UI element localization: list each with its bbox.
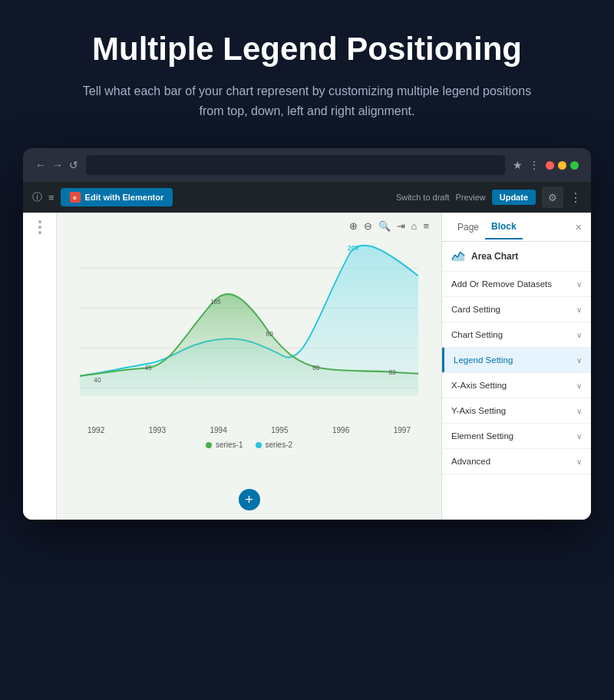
handle-grip[interactable] (38, 220, 41, 234)
widget-title-label: Area Chart (471, 251, 518, 262)
nav-back[interactable]: ← (35, 159, 46, 171)
legend-label-s2: series-2 (266, 441, 293, 449)
panel-sections: Add Or Remove Datasets ∨ Card Setting ∨ … (442, 272, 591, 520)
chart-legend: series-1 series-2 (80, 441, 418, 449)
wp-topbar: ⓘ ≡ e Edit with Elementor Switch to draf… (23, 182, 591, 213)
preview-button[interactable]: Preview (456, 193, 486, 202)
section-label-chart: Chart Setting (451, 330, 503, 339)
x-label-1995: 1995 (271, 426, 288, 434)
topbar-right: Switch to draft Preview Update ⚙ ⋮ (396, 187, 582, 208)
more-options-icon[interactable]: ⋮ (569, 190, 582, 205)
panel-close-button[interactable]: × (576, 221, 582, 233)
legend-dot-s2 (256, 442, 262, 448)
section-label-element: Element Setting (451, 431, 513, 441)
svg-text:40: 40 (94, 376, 101, 385)
browser-actions: ★ ⋮ (513, 159, 579, 171)
chevron-down-icon: ∨ (576, 432, 582, 441)
editor-canvas: ⊕ ⊖ 🔍 ⇥ ⌂ ≡ (57, 213, 441, 520)
add-section-button[interactable]: + (239, 489, 260, 510)
elementor-logo: e (70, 192, 81, 203)
browser-nav: ← → ↺ (35, 159, 78, 171)
browser-menu-icon[interactable]: ⋮ (529, 159, 540, 171)
widget-title: Area Chart (442, 242, 591, 272)
section-label-advanced: Advanced (451, 457, 490, 466)
handle-dot (38, 220, 41, 223)
section-yaxis-setting: Y-Axis Setting ∨ (442, 398, 591, 424)
switch-draft-button[interactable]: Switch to draft (396, 193, 450, 202)
settings-icon[interactable]: ⚙ (542, 187, 563, 208)
nav-refresh[interactable]: ↺ (69, 159, 78, 171)
x-label-1993: 1993 (149, 426, 166, 434)
section-label-yaxis: Y-Axis Setting (451, 406, 506, 415)
chevron-down-icon: ∨ (576, 305, 582, 314)
svg-text:60: 60 (312, 364, 319, 372)
address-bar[interactable] (86, 155, 505, 175)
info-icon[interactable]: ⓘ (32, 190, 42, 204)
chevron-down-icon: ∨ (576, 381, 582, 390)
handle-dot (38, 226, 41, 229)
chart-svg: 40 45 185 80 60 200 83 (80, 228, 418, 420)
legend-series-2: series-2 (256, 441, 293, 449)
chart-area: 40 45 185 80 60 200 83 1992 1993 1994 19… (57, 213, 441, 520)
section-chart-setting: Chart Setting ∨ (442, 322, 591, 348)
dot-red (546, 161, 554, 170)
editor-panel: Page Block × Area Chart Add Or Remove Da… (441, 213, 591, 520)
section-element-setting: Element Setting ∨ (442, 424, 591, 449)
legend-label-s1: series-1 (216, 441, 243, 449)
x-label-1996: 1996 (332, 426, 349, 434)
browser-bar: ← → ↺ ★ ⋮ (23, 148, 591, 182)
x-label-1997: 1997 (394, 426, 411, 434)
elementor-btn-label: Edit with Elementor (85, 193, 164, 202)
x-label-1994: 1994 (210, 426, 227, 434)
section-header-datasets[interactable]: Add Or Remove Datasets ∨ (442, 272, 591, 296)
window-controls (546, 161, 579, 170)
section-header-chart[interactable]: Chart Setting ∨ (442, 322, 591, 347)
legend-series-1: series-1 (206, 441, 243, 449)
chevron-down-icon: ∨ (576, 331, 582, 339)
section-header-card[interactable]: Card Setting ∨ (442, 297, 591, 322)
section-xaxis-setting: X-Axis Setting ∨ (442, 373, 591, 398)
tab-page[interactable]: Page (451, 216, 485, 239)
chevron-down-icon: ∨ (576, 356, 582, 365)
section-label-legend: Legend Setting (454, 355, 513, 365)
chevron-down-icon: ∨ (576, 457, 582, 466)
section-legend-setting: Legend Setting ∨ (442, 348, 591, 373)
editor-left-handle (23, 213, 57, 520)
svg-text:83: 83 (388, 368, 395, 377)
legend-dot-s1 (206, 442, 212, 448)
elementor-edit-button[interactable]: e Edit with Elementor (61, 188, 173, 206)
page-title: Multiple Legend Positioning (92, 31, 522, 68)
browser-mockup: ← → ↺ ★ ⋮ ⓘ ≡ e Edit with Elementor (23, 148, 591, 520)
section-header-yaxis[interactable]: Y-Axis Setting ∨ (442, 398, 591, 423)
nav-forward[interactable]: → (52, 159, 63, 171)
tab-block[interactable]: Block (485, 215, 523, 239)
section-label-datasets: Add Or Remove Datasets (451, 279, 552, 289)
section-header-element[interactable]: Element Setting ∨ (442, 424, 591, 448)
x-label-1992: 1992 (87, 426, 104, 434)
section-label-xaxis: X-Axis Setting (451, 381, 507, 390)
section-advanced: Advanced ∨ (442, 449, 591, 474)
page-description: Tell what each bar of your chart represe… (77, 81, 537, 121)
area-chart-icon (451, 249, 465, 263)
update-button[interactable]: Update (492, 190, 536, 205)
svg-text:200: 200 (348, 244, 358, 253)
section-card-setting: Card Setting ∨ (442, 297, 591, 322)
section-header-advanced[interactable]: Advanced ∨ (442, 449, 591, 474)
hamburger-icon[interactable]: ≡ (48, 192, 54, 203)
svg-text:185: 185 (210, 298, 221, 306)
chart-x-labels: 1992 1993 1994 1995 1996 1997 (80, 426, 418, 434)
topbar-left: ⓘ ≡ e Edit with Elementor (32, 188, 173, 206)
section-label-card: Card Setting (451, 305, 500, 314)
wp-editor: ⓘ ≡ e Edit with Elementor Switch to draf… (23, 182, 591, 520)
section-header-xaxis[interactable]: X-Axis Setting ∨ (442, 373, 591, 398)
bookmark-icon[interactable]: ★ (513, 159, 523, 171)
chevron-down-icon: ∨ (576, 280, 582, 289)
svg-text:80: 80 (266, 330, 273, 338)
dot-green (570, 161, 579, 170)
panel-tabs: Page Block × (442, 213, 591, 242)
chevron-down-icon: ∨ (576, 407, 582, 415)
section-add-remove-datasets: Add Or Remove Datasets ∨ (442, 272, 591, 297)
section-header-legend[interactable]: Legend Setting ∨ (442, 348, 591, 372)
svg-text:45: 45 (145, 364, 152, 372)
editor-content: ⊕ ⊖ 🔍 ⇥ ⌂ ≡ (23, 213, 591, 520)
